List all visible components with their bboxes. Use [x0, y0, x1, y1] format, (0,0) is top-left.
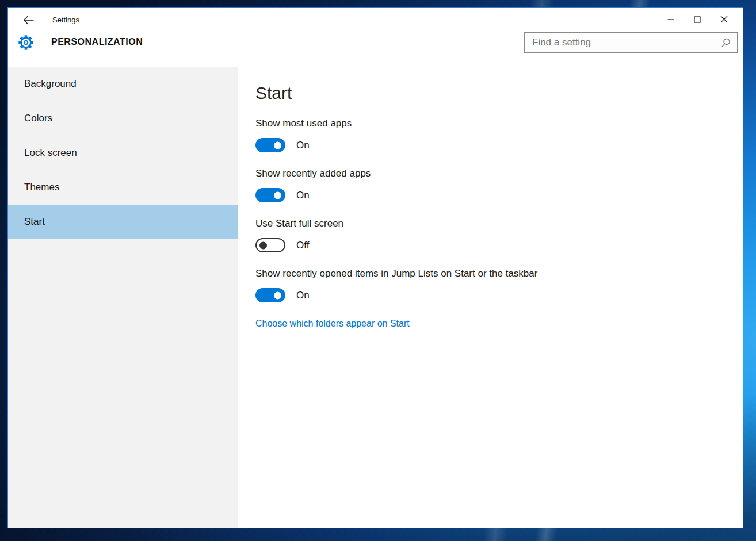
settings-window: Settings: [7, 7, 743, 528]
sidebar-item-themes[interactable]: Themes: [8, 170, 238, 205]
sidebar-item-background[interactable]: Background: [8, 67, 238, 101]
toggle-knob: [274, 141, 281, 149]
toggle-knob: [259, 241, 267, 249]
sidebar-item-start[interactable]: Start: [8, 205, 238, 239]
back-button[interactable]: [21, 14, 37, 28]
toggle-row: On: [255, 288, 720, 302]
setting-label: Use Start full screen: [255, 218, 720, 229]
setting-show-recently-opened-items-in-jump-lists-on-start-or-the-taskbar: Show recently opened items in Jump Lists…: [255, 268, 720, 302]
window-title: Settings: [52, 16, 79, 24]
titlebar: Settings: [8, 8, 743, 33]
main-panel: Start Show most used appsOnShow recently…: [238, 67, 743, 528]
sidebar-item-label: Background: [24, 78, 77, 90]
sidebar-item-label: Lock screen: [24, 147, 77, 159]
sidebar-item-label: Colors: [24, 113, 52, 124]
sidebar-item-label: Start: [24, 216, 45, 228]
search-icon[interactable]: [720, 37, 731, 48]
page-breadcrumb-title: PERSONALIZATION: [51, 37, 143, 47]
desktop-wallpaper: Settings: [0, 0, 756, 541]
settings-list: Show most used appsOnShow recently added…: [255, 118, 720, 302]
toggle-knob: [274, 291, 281, 299]
setting-use-start-full-screen: Use Start full screenOff: [255, 218, 720, 252]
app-header: PERSONALIZATION: [8, 33, 743, 67]
setting-show-most-used-apps: Show most used appsOn: [255, 118, 720, 152]
toggle-state-label: On: [296, 140, 310, 151]
sidebar-item-lock-screen[interactable]: Lock screen: [8, 136, 238, 170]
toggle-knob: [274, 191, 281, 199]
toggle-show-recently-added-apps[interactable]: [255, 188, 285, 202]
back-arrow-icon: [22, 15, 35, 28]
setting-label: Show recently opened items in Jump Lists…: [255, 268, 720, 279]
settings-gear-icon: [17, 34, 35, 51]
toggle-show-recently-opened-items-in-jump-lists-on-start-or-the-taskbar[interactable]: [255, 288, 285, 302]
toggle-row: Off: [255, 238, 720, 252]
minimize-icon: [667, 15, 674, 25]
setting-label: Show recently added apps: [255, 168, 720, 179]
maximize-button[interactable]: [684, 11, 711, 29]
toggle-state-label: On: [296, 290, 310, 301]
search-box: [524, 32, 738, 53]
toggle-row: On: [255, 188, 720, 202]
sidebar-item-colors[interactable]: Colors: [8, 101, 238, 136]
sidebar: BackgroundColorsLock screenThemesStart: [8, 67, 238, 528]
toggle-row: On: [255, 138, 720, 152]
toggle-state-label: Off: [296, 240, 309, 251]
window-controls: [658, 11, 737, 29]
minimize-button[interactable]: [658, 11, 684, 29]
page-title: Start: [255, 83, 720, 103]
sidebar-item-label: Themes: [24, 182, 59, 193]
content-area: BackgroundColorsLock screenThemesStart S…: [8, 67, 743, 528]
setting-label: Show most used apps: [255, 118, 720, 129]
close-icon: [720, 15, 728, 25]
choose-folders-link[interactable]: Choose which folders appear on Start: [255, 319, 410, 329]
toggle-use-start-full-screen[interactable]: [255, 238, 285, 252]
setting-show-recently-added-apps: Show recently added appsOn: [255, 168, 720, 202]
close-button[interactable]: [711, 11, 737, 29]
maximize-icon: [694, 15, 701, 25]
search-input[interactable]: [525, 33, 720, 52]
toggle-show-most-used-apps[interactable]: [255, 138, 285, 152]
toggle-state-label: On: [296, 190, 310, 201]
